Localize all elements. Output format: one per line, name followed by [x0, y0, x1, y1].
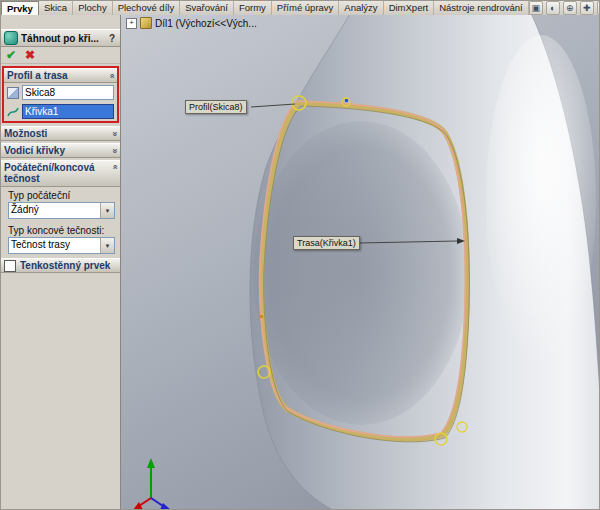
feature-tree-root-label[interactable]: Díl1 (Výchozí<<Vých... [155, 18, 257, 29]
profile-field-row: Skica8 [4, 83, 117, 102]
end-tangency-label: Typ koncové tečnosti: [1, 222, 120, 237]
tab-nastroje-rendrovani[interactable]: Nástroje rendrování [434, 1, 528, 15]
section-header-thin-feature[interactable]: Tenkostěnný prvek [1, 258, 120, 273]
profile-input[interactable]: Skica8 [22, 85, 114, 100]
tab-skica[interactable]: Skica [39, 1, 73, 15]
chevron-up-icon: » [106, 73, 116, 78]
dropdown-arrow-icon[interactable]: ▼ [100, 238, 114, 253]
cancel-button[interactable]: ✖ [25, 48, 35, 62]
tab-prvky[interactable]: Prvky [1, 1, 39, 15]
start-tangency-value: Žádný [9, 203, 100, 218]
part-document-icon [140, 17, 152, 29]
tab-prime-upravy[interactable]: Přímé úpravy [272, 1, 340, 15]
path-curve-icon [7, 106, 19, 118]
profile-sketch-icon [7, 87, 19, 99]
sweep-feature-icon [4, 31, 18, 45]
display-style-icon[interactable]: ◐ [546, 1, 560, 15]
tangency-header-label: Počáteční/koncová tečnost [4, 162, 92, 184]
command-manager-tabbar: Prvky Skica Plochy Plechové díly Svařová… [1, 1, 600, 16]
pm-action-row: ✔ ✖ [1, 47, 120, 64]
pm-title-bar: Táhnout po kři... ? [1, 29, 120, 47]
recess-shading [253, 121, 469, 425]
rotate-view-icon[interactable]: ↻ [597, 1, 600, 15]
surface-highlight [486, 35, 596, 365]
graphics-viewport[interactable]: + Díl1 (Výchozí<<Vých... Profil(Skica8) … [121, 15, 600, 510]
path-input[interactable]: Křivka1 [22, 104, 114, 119]
thin-feature-checkbox[interactable] [4, 260, 16, 272]
help-button[interactable]: ? [107, 33, 117, 44]
end-tangency-select[interactable]: Tečnost trasy ▼ [8, 237, 115, 254]
section-header-tangency[interactable]: Počáteční/koncová tečnost » [1, 160, 120, 187]
tab-analyzy[interactable]: Analýzy [339, 1, 383, 15]
tree-expand-icon[interactable]: + [126, 18, 137, 29]
leader-line-profile [251, 104, 295, 107]
guide-curves-header-label: Vodicí křivky [4, 144, 65, 157]
profile-path-header-label: Profil a trasa [7, 69, 68, 82]
sketch-point [345, 99, 348, 102]
start-tangency-select[interactable]: Žádný ▼ [8, 202, 115, 219]
end-tangency-value: Tečnost trasy [9, 238, 100, 253]
solidworks-window: Prvky Skica Plochy Plechové díly Svařová… [0, 0, 600, 510]
tangency-body: Typ počáteční Žádný ▼ Typ koncové tečnos… [1, 187, 120, 254]
profile-path-group: Profil a trasa » Skica8 Křivka1 [2, 66, 119, 123]
property-manager-panel: Táhnout po kři... ? ✔ ✖ Profil a trasa »… [1, 15, 121, 510]
chevron-up-icon: » [109, 164, 119, 169]
origin-triad [133, 458, 171, 510]
ok-button[interactable]: ✔ [6, 48, 16, 62]
tab-plochy[interactable]: Plochy [73, 1, 113, 15]
view-toolbar: ▣ ◐ ⊕ ✚ ↻ [529, 1, 600, 15]
tab-dimxpert[interactable]: DimXpert [384, 1, 435, 15]
profile-callout[interactable]: Profil(Skica8) [185, 100, 247, 114]
tab-formy[interactable]: Formy [234, 1, 272, 15]
chevron-down-icon: » [109, 131, 119, 136]
view-orientation-icon[interactable]: ▣ [529, 1, 543, 15]
tab-svarovani[interactable]: Svařování [180, 1, 234, 15]
thin-feature-label: Tenkostěnný prvek [20, 259, 110, 272]
section-header-guide-curves[interactable]: Vodicí křivky » [1, 143, 120, 158]
pm-title-text: Táhnout po kři... [21, 33, 104, 44]
model-canvas [121, 15, 600, 510]
sketch-point [260, 315, 263, 318]
pm-spacer [1, 15, 120, 29]
path-field-row: Křivka1 [4, 102, 117, 121]
feature-tree-flyout: + Díl1 (Výchozí<<Vých... [126, 17, 257, 29]
chevron-down-icon: » [109, 148, 119, 153]
options-header-label: Možnosti [4, 127, 47, 140]
pan-icon[interactable]: ✚ [580, 1, 594, 15]
section-header-options[interactable]: Možnosti » [1, 126, 120, 141]
dropdown-arrow-icon[interactable]: ▼ [100, 203, 114, 218]
section-header-profile-path[interactable]: Profil a trasa » [4, 68, 117, 83]
path-callout[interactable]: Trasa(Křivka1) [293, 236, 360, 250]
start-tangency-label: Typ počáteční [1, 187, 120, 202]
tab-plechove-dily[interactable]: Plechové díly [113, 1, 181, 15]
zoom-icon[interactable]: ⊕ [563, 1, 577, 15]
